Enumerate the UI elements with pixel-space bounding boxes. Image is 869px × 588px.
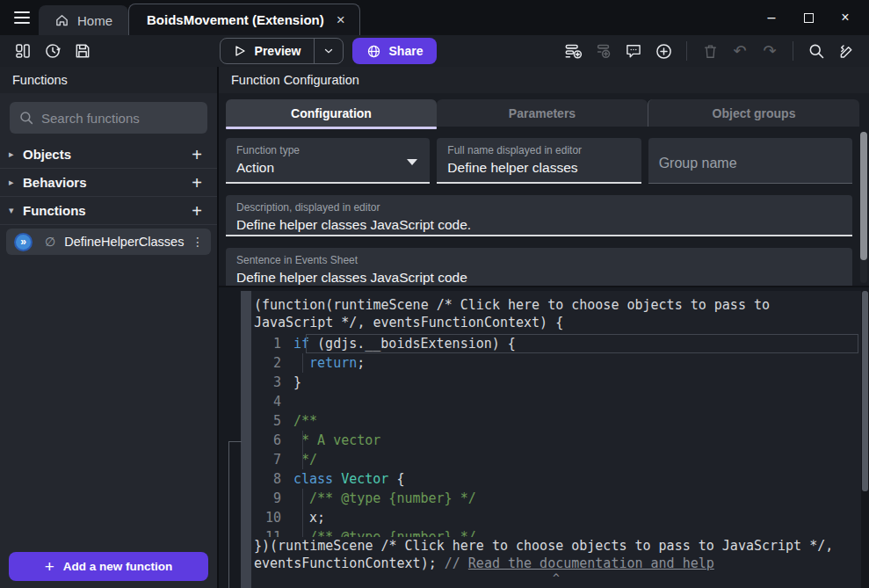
chevron-down-icon bbox=[322, 45, 335, 57]
chevron-right-icon: ▸ bbox=[9, 149, 23, 160]
minimize-button[interactable]: – bbox=[753, 0, 790, 35]
edit-events-icon[interactable] bbox=[834, 39, 858, 63]
redo-icon[interactable]: ↷ bbox=[757, 39, 782, 63]
history-icon[interactable] bbox=[40, 39, 65, 63]
code-scrollbar[interactable] bbox=[861, 291, 869, 588]
app-window: Home BoidsMovement (Extension) × – × bbox=[0, 0, 869, 588]
save-icon[interactable] bbox=[70, 39, 95, 63]
code-scrollbar-thumb[interactable] bbox=[862, 291, 868, 491]
footer-comment-slashes: // bbox=[445, 555, 468, 571]
search-functions-input[interactable] bbox=[41, 111, 199, 126]
config-tabs: Configuration Parameters Object groups bbox=[226, 99, 859, 127]
code-header-line[interactable]: (function(runtimeScene /* Click here to … bbox=[251, 291, 842, 331]
add-function-button[interactable]: + bbox=[187, 202, 206, 220]
play-icon bbox=[233, 44, 247, 58]
item-menu-icon[interactable]: ⋮ bbox=[192, 235, 204, 249]
code-line[interactable]: 3} bbox=[251, 373, 861, 392]
code-line-content[interactable]: */ bbox=[293, 452, 317, 468]
project-tab-label: BoidsMovement (Extension) bbox=[147, 12, 324, 27]
toolbar-divider bbox=[793, 41, 793, 61]
tab-home[interactable]: Home bbox=[39, 5, 128, 35]
code-line[interactable]: 9 /** @type {number} */ bbox=[251, 489, 861, 508]
documentation-link[interactable]: Read the documentation and help bbox=[468, 555, 714, 571]
events-sheet-gutter bbox=[219, 287, 241, 588]
configuration-form: Configuration Parameters Object groups F… bbox=[219, 93, 869, 286]
line-number: 1 bbox=[251, 336, 293, 352]
config-scrollbar-thumb[interactable] bbox=[860, 132, 867, 260]
maximize-button[interactable] bbox=[790, 0, 827, 35]
delete-icon[interactable] bbox=[698, 39, 722, 63]
dropdown-caret-icon bbox=[407, 159, 417, 165]
code-line[interactable]: 7 */ bbox=[251, 450, 861, 469]
home-tab-label: Home bbox=[77, 13, 112, 28]
code-line-content[interactable]: /** bbox=[293, 413, 317, 429]
code-editor-drag-handle[interactable] bbox=[241, 291, 251, 588]
search-icon[interactable] bbox=[804, 39, 829, 63]
sentence-field[interactable]: Sentence in Events Sheet Define helper c… bbox=[226, 248, 852, 289]
collapse-caret-icon[interactable]: ^ bbox=[251, 572, 861, 588]
code-lines[interactable]: 1if (gdjs.__boidsExtension) {2 return;3}… bbox=[251, 334, 861, 537]
sidebar-title: Functions bbox=[0, 67, 217, 93]
code-line-content[interactable]: if (gdjs.__boidsExtension) { bbox=[293, 336, 516, 352]
maximize-icon bbox=[804, 13, 814, 23]
tree-section-objects[interactable]: ▸ Objects + bbox=[0, 141, 217, 169]
group-name-field[interactable]: Group name bbox=[648, 138, 852, 184]
line-number: 4 bbox=[251, 394, 293, 410]
code-line[interactable]: 8class Vector { bbox=[251, 469, 861, 489]
share-button[interactable]: Share bbox=[352, 38, 438, 64]
event-block-border bbox=[228, 441, 242, 588]
close-tab-icon[interactable]: × bbox=[337, 12, 345, 27]
close-window-button[interactable]: × bbox=[827, 0, 864, 35]
line-number: 5 bbox=[251, 413, 293, 429]
share-label: Share bbox=[389, 44, 424, 58]
tab-parameters[interactable]: Parameters bbox=[437, 99, 648, 127]
config-scrollbar[interactable] bbox=[860, 132, 867, 283]
code-line-content[interactable]: /** @type {number} */ bbox=[293, 490, 476, 506]
preview-label: Preview bbox=[255, 44, 301, 58]
main-menu-icon[interactable] bbox=[7, 3, 37, 33]
line-number: 7 bbox=[251, 452, 293, 468]
tab-project[interactable]: BoidsMovement (Extension) × bbox=[128, 4, 360, 35]
add-behavior-button[interactable]: + bbox=[187, 174, 206, 192]
tab-configuration[interactable]: Configuration bbox=[226, 99, 437, 127]
search-functions-box[interactable] bbox=[10, 102, 207, 134]
code-line[interactable]: 2 return; bbox=[251, 353, 861, 373]
add-object-button[interactable]: + bbox=[187, 146, 206, 163]
code-line[interactable]: 4 bbox=[251, 392, 861, 411]
preview-options-button[interactable] bbox=[315, 45, 343, 57]
tree-section-functions[interactable]: ▾ Functions + bbox=[0, 197, 217, 225]
code-line-content[interactable]: } bbox=[293, 374, 301, 390]
code-line[interactable]: 5/** bbox=[251, 411, 861, 431]
home-icon bbox=[54, 13, 69, 28]
code-line[interactable]: 1if (gdjs.__boidsExtension) { bbox=[251, 334, 861, 353]
code-editor-body[interactable]: (function(runtimeScene /* Click here to … bbox=[251, 291, 861, 588]
code-line[interactable]: 10 x; bbox=[251, 508, 861, 527]
undo-icon[interactable]: ↶ bbox=[728, 39, 752, 63]
add-event-icon[interactable] bbox=[561, 39, 586, 63]
code-line[interactable]: 6 * A vector bbox=[251, 431, 861, 450]
function-type-select[interactable]: Function type Action bbox=[226, 138, 430, 184]
chevron-down-icon: ▾ bbox=[9, 205, 23, 216]
add-subevent-icon[interactable] bbox=[591, 39, 616, 63]
full-name-field[interactable]: Full name displayed in editor Define hel… bbox=[437, 138, 641, 184]
function-item-definehelperclasses[interactable]: » ∅ DefineHelperClasses ⋮ bbox=[6, 229, 211, 255]
code-line-content[interactable]: * A vector bbox=[293, 432, 380, 448]
code-line[interactable]: 11 /** @type {number} */ bbox=[251, 527, 861, 537]
line-number: 6 bbox=[251, 432, 293, 448]
code-line-content[interactable]: x; bbox=[293, 510, 325, 526]
description-field[interactable]: Description, displayed in editor Define … bbox=[226, 195, 852, 236]
globe-icon bbox=[366, 44, 381, 59]
add-new-function-button[interactable]: + Add a new function bbox=[9, 552, 208, 581]
line-number: 9 bbox=[251, 490, 293, 506]
code-line-content[interactable]: class Vector { bbox=[293, 471, 404, 487]
javascript-code-editor: (function(runtimeScene /* Click here to … bbox=[219, 286, 869, 588]
add-circle-icon[interactable] bbox=[651, 39, 676, 63]
tab-object-groups[interactable]: Object groups bbox=[648, 99, 859, 127]
code-line-content[interactable]: return; bbox=[293, 355, 365, 371]
preview-button[interactable]: Preview bbox=[220, 38, 344, 64]
add-comment-icon[interactable] bbox=[621, 39, 646, 63]
tree-section-behaviors[interactable]: ▸ Behaviors + bbox=[0, 169, 217, 197]
panels-layout-icon[interactable] bbox=[11, 39, 35, 63]
code-line-content[interactable]: /** @type {number} */ bbox=[293, 529, 476, 537]
code-footer-line[interactable]: })(runtimeScene /* Click here to choose … bbox=[251, 537, 842, 572]
